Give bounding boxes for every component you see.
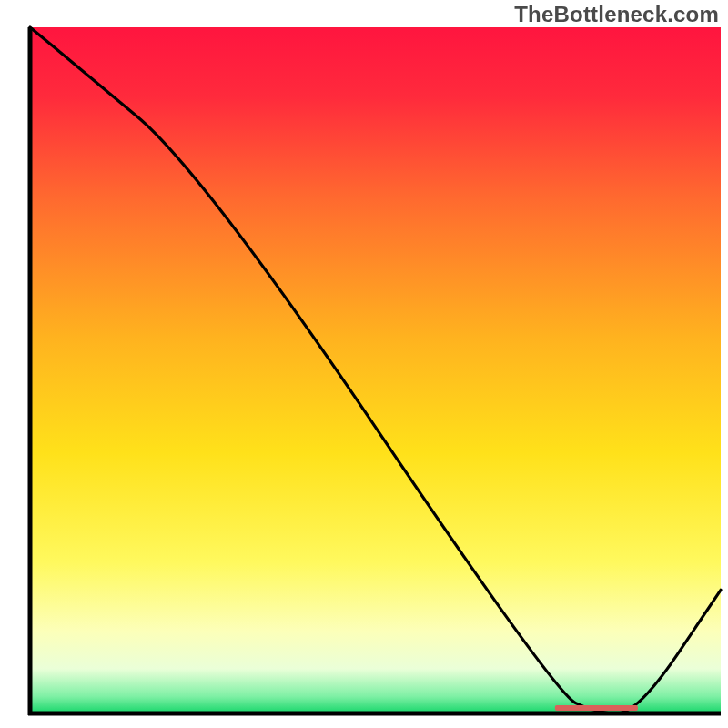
chart-frame: TheBottleneck.com xyxy=(0,0,728,728)
optimal-band-marker xyxy=(555,705,638,711)
gradient-fill xyxy=(30,27,721,713)
bottleneck-chart xyxy=(0,0,728,728)
watermark-text: TheBottleneck.com xyxy=(514,2,719,27)
